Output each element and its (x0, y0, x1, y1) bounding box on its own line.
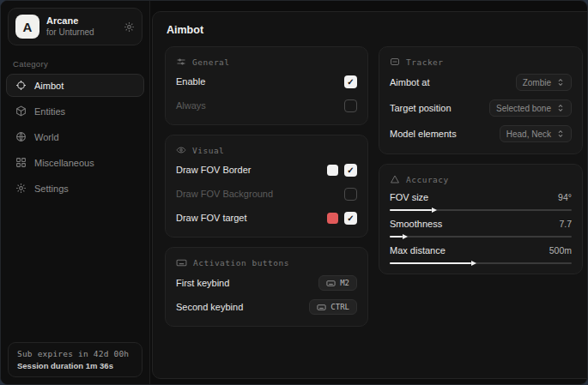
draw-fov-border-controls: ✓ (327, 164, 357, 177)
draw-fov-target-checkbox[interactable]: ✓ (344, 212, 357, 225)
sidebar-item-entities[interactable]: Entities (6, 99, 144, 123)
gear-icon (15, 183, 27, 194)
sidebar-nav: Aimbot Entities World (1, 74, 149, 200)
sidebar-item-label: Settings (34, 183, 69, 194)
session-duration-text: Session duration 1m 36s (17, 361, 133, 370)
activation-card: Activation buttons First keybind M2 (165, 247, 368, 327)
tracker-card-title: Tracker (406, 57, 444, 67)
general-card: General Enable ✓ Always (165, 46, 368, 125)
target-position-select[interactable]: Selected bone (489, 99, 572, 117)
accuracy-card-header: Accuracy (390, 174, 572, 184)
keyboard-icon (326, 279, 336, 288)
sidebar-item-label: World (34, 132, 59, 142)
brand-card: A Arcane for Unturned (8, 8, 142, 45)
scan-icon (390, 57, 400, 67)
smoothness-label: Smoothness (390, 219, 442, 229)
draw-fov-border-checkbox[interactable]: ✓ (344, 164, 357, 177)
model-elements-select[interactable]: Head, Neck (500, 125, 572, 142)
right-column: Tracker Aimbot at Zombie (379, 46, 583, 274)
target-position-row: Target position Selected bone (390, 98, 572, 118)
target-position-value: Selected bone (496, 104, 551, 113)
slider-thumb[interactable] (403, 234, 408, 239)
fov-size-value: 94° (558, 192, 572, 202)
sidebar-item-label: Aimbot (34, 81, 64, 91)
sidebar-item-miscellaneous[interactable]: Miscellaneous (6, 151, 144, 174)
target-position-label: Target position (390, 103, 452, 113)
second-keybind-button[interactable]: CTRL (309, 299, 357, 315)
first-keybind-button[interactable]: M2 (318, 275, 357, 291)
settings-gear-icon[interactable] (124, 21, 135, 33)
smoothness-value: 7.7 (559, 219, 572, 229)
second-keybind-row: Second keybind CTRL (176, 298, 357, 316)
grid-icon (15, 157, 27, 168)
brand-text: Arcane for Unturned (46, 15, 117, 37)
smoothness-row: Smoothness 7.7 (390, 219, 572, 238)
draw-fov-border-label: Draw FOV Border (176, 165, 251, 175)
tracker-card: Tracker Aimbot at Zombie (379, 46, 583, 154)
max-distance-slider[interactable] (390, 262, 572, 264)
accuracy-card-title: Accuracy (406, 175, 449, 184)
tracker-card-header: Tracker (390, 57, 572, 67)
always-checkbox[interactable] (344, 99, 357, 112)
main-area: Aimbot General (150, 1, 588, 384)
sidebar-item-world[interactable]: World (6, 125, 144, 148)
smoothness-slider[interactable] (390, 236, 572, 238)
chevrons-up-down-icon (556, 78, 565, 87)
enable-checkbox[interactable]: ✓ (344, 75, 357, 88)
sidebar-item-aimbot[interactable]: Aimbot (6, 74, 144, 97)
draw-fov-background-checkbox[interactable] (344, 188, 357, 201)
slider-thumb[interactable] (432, 208, 437, 213)
sliders-icon (176, 57, 186, 67)
general-card-title: General (192, 57, 230, 67)
draw-fov-target-label: Draw FOV target (176, 213, 247, 223)
first-keybind-row: First keybind M2 (176, 274, 357, 292)
enable-label: Enable (176, 76, 205, 87)
category-label: Category (13, 59, 149, 69)
fov-border-color-swatch[interactable] (327, 165, 338, 176)
eye-icon (176, 145, 186, 155)
app-name: Arcane (46, 15, 117, 27)
arcane-window: A Arcane for Unturned Category Aimbot (0, 0, 588, 385)
accuracy-card: Accuracy FOV size 94° (379, 164, 583, 274)
crosshair-icon (15, 80, 27, 91)
draw-fov-background-row: Draw FOV Background (176, 184, 357, 203)
sidebar-spacer (1, 200, 149, 335)
first-keybind-value: M2 (340, 279, 349, 287)
activation-card-header: Activation buttons (176, 257, 357, 268)
fov-size-slider[interactable] (390, 209, 572, 211)
general-card-header: General (176, 57, 357, 67)
visual-card: Visual Draw FOV Border ✓ Draw FOV Bac (165, 135, 368, 238)
model-elements-row: Model elements Head, Neck (390, 123, 572, 144)
app-subtitle: for Unturned (46, 27, 117, 38)
triangle-icon (390, 174, 400, 184)
model-elements-value: Head, Neck (506, 129, 551, 139)
slider-thumb[interactable] (471, 261, 476, 266)
draw-fov-background-label: Draw FOV Background (176, 189, 273, 199)
aimbot-at-select[interactable]: Zombie (516, 74, 572, 91)
app-logo: A (15, 15, 39, 39)
left-column: General Enable ✓ Always (165, 46, 368, 327)
aimbot-at-value: Zombie (523, 78, 551, 87)
max-distance-label: Max distance (390, 245, 446, 256)
sidebar-item-settings[interactable]: Settings (6, 177, 144, 200)
subscription-footer: Sub expires in 42d 00h Session duration … (8, 342, 142, 377)
aimbot-at-label: Aimbot at (390, 77, 429, 87)
sidebar-item-label: Entities (34, 106, 65, 117)
activation-card-title: Activation buttons (193, 258, 289, 268)
visual-card-title: Visual (192, 146, 224, 155)
chevrons-up-down-icon (556, 104, 565, 112)
second-keybind-label: Second keybind (176, 302, 243, 312)
draw-fov-border-row: Draw FOV Border ✓ (176, 160, 357, 179)
globe-icon (15, 131, 27, 142)
aimbot-at-row: Aimbot at Zombie (390, 72, 572, 93)
chevrons-up-down-icon (556, 129, 565, 138)
max-distance-row: Max distance 500m (390, 245, 572, 264)
fov-size-row: FOV size 94° (390, 192, 572, 211)
aimbot-panel: Aimbot General (152, 11, 588, 379)
draw-fov-target-controls: ✓ (327, 212, 357, 225)
fov-target-color-swatch[interactable] (327, 213, 338, 224)
sidebar: A Arcane for Unturned Category Aimbot (1, 1, 150, 384)
keyboard-icon (317, 303, 326, 312)
keyboard-icon (176, 257, 187, 268)
visual-card-header: Visual (176, 145, 357, 155)
